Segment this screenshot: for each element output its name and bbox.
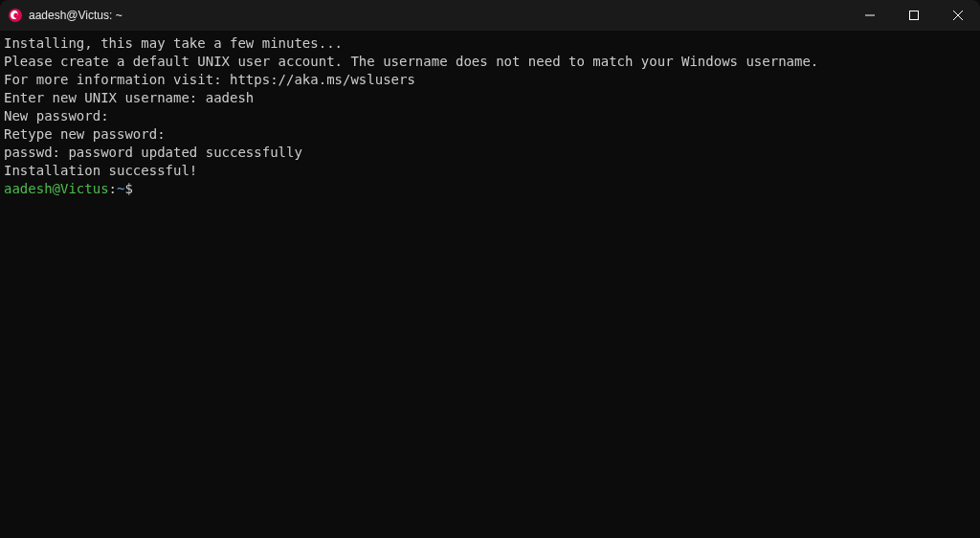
terminal-line: passwd: password updated successfully: [4, 144, 976, 162]
maximize-button[interactable]: [892, 0, 936, 31]
prompt-dollar: $: [124, 180, 132, 198]
close-button[interactable]: [936, 0, 980, 31]
window-title: aadesh@Victus: ~: [29, 9, 122, 22]
prompt-path: ~: [117, 180, 124, 198]
terminal-output[interactable]: Installing, this may take a few minutes.…: [0, 31, 980, 202]
close-icon: [953, 11, 963, 20]
terminal-line: Retype new password:: [4, 125, 976, 144]
titlebar-left: aadesh@Victus: ~: [8, 8, 122, 23]
prompt-colon: :: [109, 180, 117, 198]
prompt-line: aadesh@Victus:~$: [4, 180, 976, 198]
terminal-line: For more information visit: https://aka.…: [4, 71, 976, 89]
terminal-line: Installation successful!: [4, 162, 976, 180]
minimize-icon: [865, 11, 875, 20]
prompt-user-host: aadesh@Victus: [4, 180, 109, 198]
svg-rect-2: [910, 11, 919, 20]
titlebar: aadesh@Victus: ~: [0, 0, 980, 31]
terminal-line: Please create a default UNIX user accoun…: [4, 53, 976, 71]
terminal-line: New password:: [4, 107, 976, 125]
window-controls: [848, 0, 980, 31]
terminal-line: Enter new UNIX username: aadesh: [4, 89, 976, 107]
maximize-icon: [909, 11, 919, 20]
minimize-button[interactable]: [848, 0, 892, 31]
debian-swirl-icon: [8, 8, 23, 23]
terminal-line: Installing, this may take a few minutes.…: [4, 34, 976, 53]
